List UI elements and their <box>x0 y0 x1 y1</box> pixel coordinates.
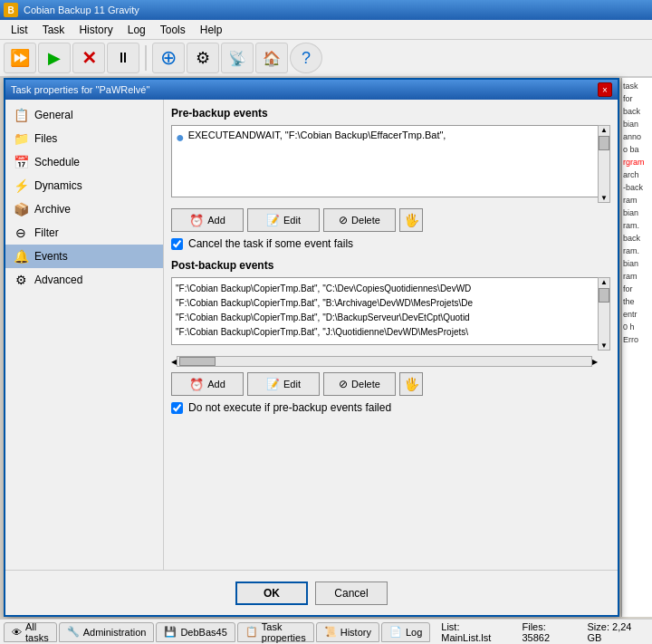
pre-backup-edit-icon: 📝 <box>266 214 280 226</box>
post-scrollbar-up[interactable]: ▲ <box>600 278 608 286</box>
status-list: List: MainList.lst <box>441 621 507 643</box>
help-button[interactable]: ? <box>290 43 322 73</box>
title-bar: B Cobian Backup 11 Gravity <box>0 0 652 20</box>
menu-task[interactable]: Task <box>35 22 72 38</box>
signal-button[interactable]: 📡 <box>221 43 254 73</box>
nav-label-schedule: Schedule <box>34 156 80 168</box>
toolbar: ⏩ ▶ ✕ ⏸ ⊕ ⚙ 📡 🏠 ? <box>0 40 652 78</box>
pre-backup-hand-button[interactable]: 🖐 <box>399 208 423 232</box>
pre-backup-event-box[interactable]: ● EXECUTEANDWAIT, "F:\Cobian Backup\Effa… <box>171 125 598 197</box>
nav-item-advanced[interactable]: ⚙ Advanced <box>5 268 163 292</box>
stop-button[interactable]: ✕ <box>72 43 105 73</box>
status-tab-debbas[interactable]: 💾 DebBas45 <box>156 622 235 642</box>
schedule-icon: 📅 <box>13 154 29 170</box>
scrollbar-up-arrow[interactable]: ▲ <box>600 126 608 134</box>
status-bar: 👁 All tasks 🔧 Administration 💾 DebBas45 … <box>0 619 652 644</box>
nav-item-archive[interactable]: 📦 Archive <box>5 197 163 221</box>
post-backup-hand-button[interactable]: 🖐 <box>399 372 423 396</box>
pre-backup-title: Pre-backup events <box>171 107 610 120</box>
no-execute-label: Do not execute if pre-backup events fail… <box>188 401 391 414</box>
menu-history[interactable]: History <box>72 22 120 38</box>
cancel-task-checkbox[interactable] <box>171 238 183 250</box>
app-title: Cobian Backup 11 Gravity <box>24 5 648 15</box>
hscroll-thumb[interactable] <box>179 357 216 366</box>
pre-backup-event-text: EXECUTEANDWAIT, "F:\Cobian Backup\Efface… <box>188 130 446 140</box>
ok-button[interactable]: OK <box>235 582 308 605</box>
pre-backup-edit-button[interactable]: 📝 Edit <box>247 208 320 232</box>
task-props-icon: 📋 <box>245 626 258 638</box>
post-backup-scrollbar-v[interactable]: ▲ ▼ <box>598 277 610 351</box>
post-backup-add-button[interactable]: ⏰ Add <box>171 372 244 396</box>
nav-label-dynamics: Dynamics <box>34 179 82 192</box>
nav-item-filter[interactable]: ⊖ Filter <box>5 221 163 245</box>
post-backup-box-container: "F:\Cobian Backup\CopierTmp.Bat", "C:\De… <box>171 277 610 351</box>
scrollbar-thumb[interactable] <box>599 136 609 150</box>
post-event-line-2: "F:\Cobian Backup\CopierTmp.Bat", "B:\Ar… <box>176 296 594 311</box>
add-button[interactable]: ⊕ <box>152 43 185 73</box>
nav-item-files[interactable]: 📁 Files <box>5 127 163 150</box>
status-tab-administration[interactable]: 🔧 Administration <box>59 622 155 642</box>
pre-backup-add-button[interactable]: ⏰ Add <box>171 208 244 232</box>
all-tasks-icon: 👁 <box>12 627 22 638</box>
dialog-title: Task properties for "PaWRelvé" <box>11 84 149 95</box>
hscroll-right[interactable]: ▶ <box>592 358 598 366</box>
pre-backup-delete-icon: ⊘ <box>339 214 348 226</box>
post-scrollbar-down[interactable]: ▼ <box>600 341 608 350</box>
post-backup-event-box[interactable]: "F:\Cobian Backup\CopierTmp.Bat", "C:\De… <box>171 277 598 345</box>
advanced-icon: ⚙ <box>13 272 29 288</box>
main-container: taskforbackbianannoo bargramarch-backram… <box>0 78 652 617</box>
menu-log[interactable]: Log <box>120 22 153 38</box>
dialog-titlebar: Task properties for "PaWRelvé" × <box>5 80 618 100</box>
post-add-icon: ⏰ <box>189 378 204 391</box>
nav-label-archive: Archive <box>34 203 71 216</box>
dialog-close-button[interactable]: × <box>598 82 612 97</box>
no-execute-checkbox[interactable] <box>171 402 183 414</box>
post-backup-delete-button[interactable]: ⊘ Delete <box>323 372 396 396</box>
fast-forward-button[interactable]: ⏩ <box>4 43 36 73</box>
status-files: Files: 35862 <box>522 621 572 643</box>
nav-label-files: Files <box>34 132 57 145</box>
toolbar-sep-1 <box>145 45 147 71</box>
menu-list[interactable]: List <box>4 22 35 38</box>
nav-panel: 📋 General 📁 Files 📅 Schedule ⚡ Dynamics … <box>5 100 164 570</box>
settings-button[interactable]: ⚙ <box>187 43 219 73</box>
cancel-task-label: Cancel the task if some event fails <box>188 237 353 250</box>
pre-backup-delete-button[interactable]: ⊘ Delete <box>323 208 396 232</box>
post-scrollbar-thumb[interactable] <box>599 288 609 303</box>
nav-label-filter: Filter <box>34 226 59 239</box>
log-icon: 📄 <box>389 626 402 638</box>
post-event-line-1: "F:\Cobian Backup\CopierTmp.Bat", "C:\De… <box>176 282 594 296</box>
post-event-line-3: "F:\Cobian Backup\CopierTmp.Bat", "D:\Ba… <box>176 311 594 325</box>
nav-label-advanced: Advanced <box>34 274 82 286</box>
debbas-icon: 💾 <box>164 626 177 638</box>
hscroll-track <box>177 356 592 367</box>
cancel-button[interactable]: Cancel <box>315 582 388 605</box>
menu-tools[interactable]: Tools <box>153 22 193 38</box>
status-tab-log[interactable]: 📄 Log <box>381 622 430 642</box>
status-info: List: MainList.lst Files: 35862 Size: 2,… <box>434 621 652 643</box>
post-backup-edit-button[interactable]: 📝 Edit <box>247 372 320 396</box>
main-content-panel: Pre-backup events ● EXECUTEANDWAIT, "F:\… <box>164 100 618 570</box>
nav-item-dynamics[interactable]: ⚡ Dynamics <box>5 174 163 197</box>
dialog-body: 📋 General 📁 Files 📅 Schedule ⚡ Dynamics … <box>5 100 618 570</box>
pause-button[interactable]: ⏸ <box>107 43 139 73</box>
menu-help[interactable]: Help <box>193 22 230 38</box>
pre-backup-scrollbar[interactable]: ▲ ▼ <box>598 125 610 203</box>
app-icon: B <box>4 3 18 17</box>
nav-label-general: General <box>34 109 73 121</box>
post-backup-btn-row: ⏰ Add 📝 Edit ⊘ Delete 🖐 <box>171 372 610 396</box>
play-button[interactable]: ▶ <box>38 43 71 73</box>
status-tab-all-tasks[interactable]: 👁 All tasks <box>4 622 57 642</box>
admin-icon: 🔧 <box>67 626 80 638</box>
status-tab-history[interactable]: 📜 History <box>316 622 379 642</box>
nav-item-events[interactable]: 🔔 Events <box>5 245 163 268</box>
post-backup-title: Post-backup events <box>171 259 610 272</box>
post-backup-hscrollbar[interactable]: ◀ ▶ <box>171 356 598 367</box>
nav-item-schedule[interactable]: 📅 Schedule <box>5 150 163 174</box>
post-event-line-4: "F:\Cobian Backup\CopierTmp.Bat", "J:\Qu… <box>176 325 594 340</box>
scrollbar-down-arrow[interactable]: ▼ <box>600 194 608 202</box>
home-button[interactable]: 🏠 <box>255 43 288 73</box>
status-tab-task-properties[interactable]: 📋 Task properties <box>237 622 314 642</box>
nav-item-general[interactable]: 📋 General <box>5 103 163 127</box>
nav-label-events: Events <box>34 250 68 263</box>
